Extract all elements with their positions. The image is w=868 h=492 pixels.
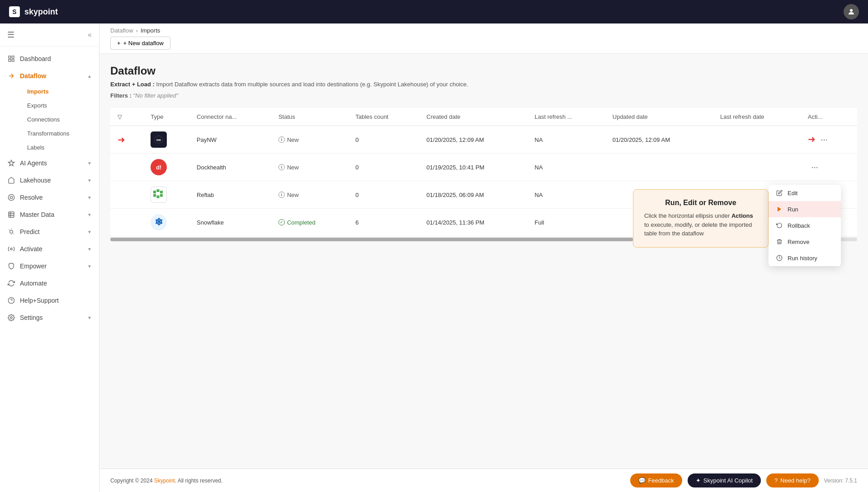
sidebar-item-lakehouse[interactable]: Lakehouse ▼ bbox=[0, 172, 99, 189]
row-created-date: 01/18/2025, 06:09 AM bbox=[419, 181, 527, 209]
collapse-icon[interactable]: « bbox=[88, 31, 92, 39]
svg-rect-20 bbox=[153, 191, 156, 193]
new-dataflow-button[interactable]: + + New dataflow bbox=[110, 37, 170, 50]
menu-icon[interactable]: ☰ bbox=[7, 30, 14, 40]
th-type[interactable]: Type bbox=[143, 108, 189, 126]
filter-icon: ▽ bbox=[118, 113, 122, 120]
sidebar-item-exports[interactable]: Exports bbox=[20, 98, 99, 112]
ai-agents-icon bbox=[7, 159, 15, 167]
context-menu-item-run-history[interactable]: Run history bbox=[769, 250, 841, 266]
context-menu-item-edit[interactable]: Edit bbox=[769, 185, 841, 201]
row-arrow-indicator bbox=[110, 154, 143, 181]
sidebar-item-activate[interactable]: Activate ▼ bbox=[0, 240, 99, 258]
feedback-button[interactable]: 💬 Feedback bbox=[630, 473, 682, 487]
dockhealth-logo: d! bbox=[151, 159, 167, 175]
context-menu-label: Edit bbox=[788, 190, 797, 197]
status-circle-icon: ℹ bbox=[278, 192, 285, 198]
chevron-down-icon: ▼ bbox=[87, 315, 92, 320]
context-menu-item-run[interactable]: Run bbox=[769, 201, 841, 217]
svg-rect-23 bbox=[153, 194, 156, 197]
red-arrow-icon: ➜ bbox=[118, 134, 125, 145]
red-arrow-action-icon: ➜ bbox=[808, 134, 816, 145]
th-last-refresh-date[interactable]: Last refresh date bbox=[713, 108, 801, 126]
sidebar-item-dataflow[interactable]: Dataflow ▲ bbox=[0, 67, 99, 84]
copilot-icon: ✦ bbox=[696, 477, 701, 484]
breadcrumb: Dataflow › Imports bbox=[110, 27, 857, 34]
svg-text:NW: NW bbox=[156, 139, 161, 141]
action-ellipsis-button[interactable]: ··· bbox=[808, 161, 822, 174]
th-created-date[interactable]: Created date bbox=[419, 108, 527, 126]
logo-letter: S bbox=[9, 6, 20, 17]
chevron-down-icon: ▼ bbox=[87, 264, 92, 269]
row-status: ℹ New bbox=[271, 154, 348, 181]
th-connector-name[interactable]: Connector na... bbox=[189, 108, 271, 126]
reftab-logo bbox=[151, 187, 167, 203]
sidebar-item-dashboard[interactable]: Dashboard bbox=[0, 50, 99, 67]
svg-marker-5 bbox=[8, 160, 14, 166]
footer-buttons: 💬 Feedback ✦ Skypoint AI Copilot ? Need … bbox=[630, 473, 857, 487]
row-last-refresh: NA bbox=[528, 181, 605, 209]
sidebar-item-automate[interactable]: Automate bbox=[0, 275, 99, 292]
sidebar-item-settings[interactable]: Settings ▼ bbox=[0, 309, 99, 326]
sidebar-item-label: Empower bbox=[20, 262, 47, 270]
sidebar-item-label: Dashboard bbox=[20, 55, 51, 62]
table-header-row: ▽ Type Connector na... Status Tables cou… bbox=[110, 108, 857, 126]
sidebar-item-master-data[interactable]: Master Data ▼ bbox=[0, 206, 99, 223]
sidebar-item-predict[interactable]: Predict ▼ bbox=[0, 223, 99, 240]
status-circle-icon: ℹ bbox=[278, 164, 285, 170]
footer-brand-link[interactable]: Skypoint bbox=[154, 478, 175, 484]
svg-rect-24 bbox=[157, 196, 160, 198]
th-last-refresh[interactable]: Last refresh ... bbox=[528, 108, 605, 126]
th-actions: Acti... bbox=[801, 108, 857, 126]
row-last-refresh: Full bbox=[528, 209, 605, 236]
row-type: ❄ bbox=[143, 209, 189, 236]
sidebar-item-ai-agents[interactable]: AI Agents ▼ bbox=[0, 155, 99, 172]
sidebar-item-label: Predict bbox=[20, 228, 40, 235]
footer: Copyright © 2024 Skypoint. All rights re… bbox=[99, 469, 868, 492]
th-updated-date[interactable]: Updated date bbox=[605, 108, 713, 126]
sidebar-item-imports[interactable]: Imports bbox=[20, 84, 99, 98]
row-created-date: 01/19/2025, 10:41 PM bbox=[419, 154, 527, 181]
breadcrumb-separator: › bbox=[136, 27, 138, 34]
avatar[interactable] bbox=[844, 4, 859, 19]
chat-icon: 💬 bbox=[638, 477, 646, 484]
sidebar-item-labels[interactable]: Labels bbox=[20, 141, 99, 155]
action-ellipsis-button[interactable]: ··· bbox=[817, 133, 831, 146]
sidebar-item-resolve[interactable]: Resolve ▼ bbox=[0, 189, 99, 206]
th-status[interactable]: Status bbox=[271, 108, 348, 126]
svg-rect-8 bbox=[9, 212, 14, 217]
svg-rect-3 bbox=[9, 59, 11, 61]
row-tables-count: 6 bbox=[348, 209, 419, 236]
row-type: d! bbox=[143, 154, 189, 181]
scrollbar-thumb bbox=[110, 238, 633, 241]
sidebar-item-transformations[interactable]: Transformations bbox=[20, 127, 99, 141]
row-last-refresh-date bbox=[713, 126, 801, 154]
row-type bbox=[143, 181, 189, 209]
sidebar-item-label: Resolve bbox=[20, 194, 43, 201]
sidebar-item-label: AI Agents bbox=[20, 159, 47, 167]
context-menu-label: Remove bbox=[788, 239, 809, 245]
sidebar-top: ☰ « bbox=[0, 23, 99, 47]
svg-point-0 bbox=[850, 9, 853, 12]
row-arrow-indicator bbox=[110, 181, 143, 209]
sidebar: ☰ « Dashboard Dataflow ▲ bbox=[0, 23, 99, 492]
sidebar-item-help-support[interactable]: Help+Support bbox=[0, 292, 99, 309]
svg-rect-22 bbox=[160, 191, 163, 193]
context-menu-item-remove[interactable]: Remove bbox=[769, 234, 841, 250]
row-tables-count: 0 bbox=[348, 126, 419, 154]
needhelp-button[interactable]: ? Need help? bbox=[766, 473, 819, 487]
copilot-button[interactable]: ✦ Skypoint AI Copilot bbox=[688, 473, 761, 487]
topbar-left: S skypoint bbox=[9, 6, 58, 17]
sidebar-item-connections[interactable]: Connections bbox=[20, 112, 99, 127]
context-menu-label: Rollback bbox=[788, 222, 810, 229]
svg-line-13 bbox=[13, 234, 14, 234]
row-updated-date: 01/20/2025, 12:09 AM bbox=[605, 126, 713, 154]
context-menu-item-rollback[interactable]: Rollback bbox=[769, 217, 841, 234]
sidebar-subnav-dataflow: Imports Exports Connections Transformati… bbox=[0, 84, 99, 155]
sidebar-item-empower[interactable]: Empower ▼ bbox=[0, 258, 99, 275]
th-tables-count[interactable]: Tables count bbox=[348, 108, 419, 126]
callout-text: Click the horizontal ellipsis under Acti… bbox=[644, 211, 757, 238]
edit-icon bbox=[776, 189, 783, 197]
row-connector-name: Snowflake bbox=[189, 209, 271, 236]
version-label: Version: 7.5.1 bbox=[824, 478, 857, 484]
